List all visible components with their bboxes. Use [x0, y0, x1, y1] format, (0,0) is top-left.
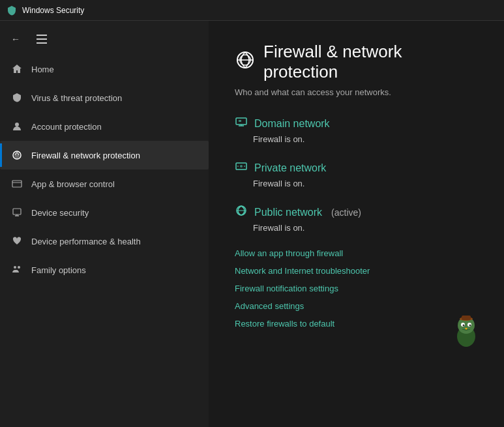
content-area: Firewall & network protection Who and wh…	[209, 21, 504, 427]
back-button[interactable]: ←	[5, 29, 26, 50]
shield-icon	[10, 91, 23, 104]
svg-rect-16	[239, 120, 241, 122]
svg-rect-24	[462, 316, 471, 320]
sidebar-item-virus[interactable]: Virus & threat protection	[0, 83, 209, 112]
private-network-status: Firewall is on.	[235, 179, 478, 188]
app-icon	[7, 5, 17, 16]
content-wrapper: Firewall & network protection Who and wh…	[235, 42, 478, 329]
home-icon	[10, 63, 23, 76]
troubleshooter-link[interactable]: Network and Internet troubleshooter	[235, 266, 478, 276]
sidebar-item-family[interactable]: Family options	[0, 256, 209, 284]
public-network-active-badge: (active)	[331, 207, 361, 218]
private-network-header: Private network	[235, 160, 478, 176]
back-arrow-icon: ←	[11, 34, 20, 44]
domain-network-card: Domain network Firewall is on.	[235, 115, 478, 144]
sidebar-item-account-label: Account protection	[31, 122, 102, 132]
browser-icon	[10, 177, 23, 190]
sidebar-item-firewall[interactable]: Firewall & network protection	[0, 141, 209, 169]
page-subtitle: Who and what can access your networks.	[235, 87, 478, 97]
public-network-card: Public network (active) Firewall is on.	[235, 204, 478, 233]
sidebar-item-device-health-label: Device performance & health	[31, 237, 141, 246]
svg-point-28	[469, 325, 471, 327]
hamburger-line-3	[37, 42, 47, 44]
advanced-settings-link[interactable]: Advanced settings	[235, 301, 478, 311]
notifications-link[interactable]: Firewall notification settings	[235, 284, 478, 293]
sidebar-top: ←	[0, 21, 209, 55]
public-network-title[interactable]: Public network	[254, 207, 322, 218]
public-network-header: Public network (active)	[235, 204, 478, 220]
sidebar-item-home[interactable]: Home	[0, 55, 209, 83]
svg-rect-4	[13, 209, 21, 214]
firewall-icon	[10, 149, 23, 162]
public-network-status: Firewall is on.	[235, 223, 478, 233]
sidebar-item-firewall-label: Firewall & network protection	[31, 151, 140, 160]
title-bar-text: Windows Security	[22, 6, 84, 15]
private-network-title[interactable]: Private network	[254, 162, 326, 174]
svg-point-27	[463, 325, 465, 327]
domain-network-status: Firewall is on.	[235, 134, 478, 144]
private-network-icon	[235, 160, 248, 176]
sidebar-item-virus-label: Virus & threat protection	[31, 93, 122, 103]
allow-app-link[interactable]: Allow an app through firewall	[235, 248, 478, 258]
sidebar-item-home-label: Home	[31, 65, 54, 74]
public-network-icon	[235, 204, 248, 220]
links-section: Allow an app through firewall Network an…	[235, 248, 478, 329]
sidebar-item-family-label: Family options	[31, 265, 86, 275]
svg-point-18	[240, 165, 243, 168]
page-title: Firewall & network protection	[263, 42, 478, 82]
health-icon	[10, 235, 23, 248]
sidebar-item-account[interactable]: Account protection	[0, 112, 209, 141]
svg-point-7	[14, 266, 16, 269]
account-icon	[10, 120, 23, 133]
mascot	[449, 314, 484, 349]
hamburger-button[interactable]	[31, 29, 52, 50]
hamburger-line-2	[37, 38, 47, 40]
title-bar: Windows Security	[0, 0, 504, 21]
domain-network-header: Domain network	[235, 115, 478, 132]
sidebar-item-device-health[interactable]: Device performance & health	[0, 227, 209, 256]
page-header-icon	[235, 50, 256, 75]
domain-network-title[interactable]: Domain network	[254, 118, 330, 130]
hamburger-line-1	[37, 35, 47, 36]
restore-link[interactable]: Restore firewalls to default	[235, 319, 478, 329]
device-security-icon	[10, 206, 23, 219]
domain-network-icon	[235, 115, 248, 132]
sidebar-item-browser-label: App & browser control	[31, 179, 115, 189]
svg-rect-2	[12, 181, 22, 187]
sidebar-item-device-security-label: Device security	[31, 208, 89, 218]
sidebar: ← Home Virus & threat prote	[0, 21, 209, 427]
page-header: Firewall & network protection	[235, 42, 478, 82]
private-network-card: Private network Firewall is on.	[235, 160, 478, 188]
sidebar-item-device-security[interactable]: Device security	[0, 198, 209, 227]
main-layout: ← Home Virus & threat prote	[0, 21, 504, 427]
sidebar-item-browser[interactable]: App & browser control	[0, 169, 209, 198]
svg-point-8	[18, 266, 20, 269]
svg-point-0	[15, 123, 19, 126]
family-icon	[10, 263, 23, 276]
